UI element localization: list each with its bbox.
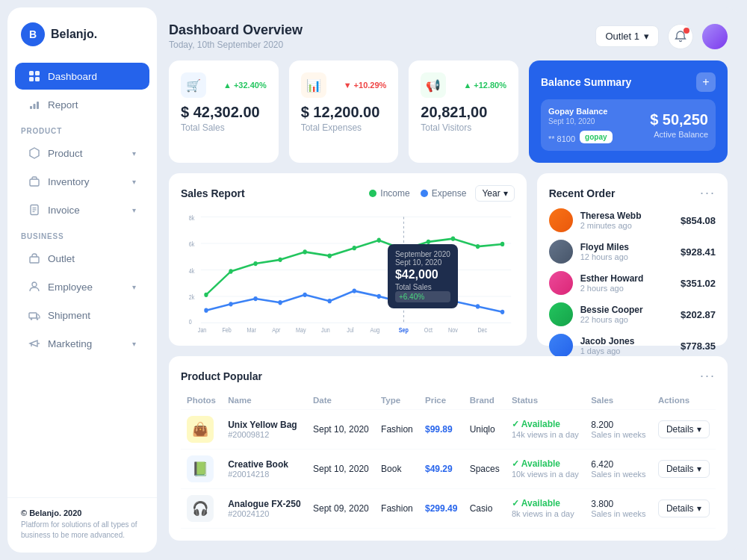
- stat-card-total-expenses: 📊 ▼ +10.29% $ 12,200.00 Total Expenses: [289, 60, 399, 163]
- avatar[interactable]: [702, 24, 728, 49]
- sidebar-item-employee[interactable]: Employee ▾: [15, 273, 149, 300]
- details-button-1[interactable]: Details ▾: [658, 460, 710, 478]
- product-table: Photos Name Date Type Price Brand Status…: [181, 391, 716, 529]
- product-views-0: 14k views in a day: [512, 430, 579, 439]
- svg-point-33: [303, 249, 306, 254]
- top-row: 🛒 ▲ +32.40% $ 42,302.00 Total Sales 📊: [169, 60, 728, 163]
- sales-badge: ▲ +32.40%: [223, 81, 267, 90]
- product-img-0: 👜: [187, 416, 214, 443]
- balance-sub: Active Balance: [650, 130, 708, 139]
- sidebar-item-inventory[interactable]: Inventory ▾: [15, 168, 149, 195]
- tooltip-label: Total Sales: [395, 283, 450, 291]
- chart-svg: 8k 6k 4k 2k 0: [181, 209, 515, 334]
- svg-text:Sep: Sep: [399, 326, 409, 334]
- product-price-0: $99.89: [419, 410, 464, 449]
- order-amount-4: $778.35: [681, 340, 716, 352]
- svg-point-45: [278, 300, 282, 305]
- order-avatar-3: [549, 302, 573, 326]
- notification-dot: [684, 28, 689, 34]
- product-status-0: ✓ Available: [512, 419, 560, 429]
- order-info-1: Floyd Miles 12 hours ago: [580, 242, 673, 261]
- order-time-4: 1 days ago: [580, 346, 673, 355]
- svg-rect-12: [30, 257, 39, 263]
- svg-point-16: [37, 318, 38, 320]
- recent-order-menu[interactable]: ···: [700, 185, 716, 201]
- sidebar-item-shipment[interactable]: Shipment: [15, 302, 149, 329]
- logo: B Belanjo.: [7, 22, 157, 61]
- gopay-brand: gopay: [580, 131, 612, 143]
- marketing-icon: [28, 337, 40, 349]
- col-date: Date: [307, 391, 375, 410]
- svg-point-13: [32, 282, 37, 287]
- product-table-menu[interactable]: ···: [700, 368, 716, 384]
- logo-text: Belanjo.: [51, 28, 97, 41]
- order-info-4: Jacob Jones 1 days ago: [580, 336, 673, 355]
- sidebar-item-dashboard[interactable]: Dashboard: [15, 63, 149, 90]
- product-id-2: #20024120: [228, 509, 301, 518]
- svg-text:Jul: Jul: [347, 326, 353, 334]
- balance-add-button[interactable]: +: [696, 72, 716, 92]
- shipment-icon: [28, 309, 40, 321]
- svg-point-32: [278, 258, 282, 262]
- order-time-1: 12 hours ago: [580, 252, 673, 261]
- svg-point-49: [377, 294, 381, 299]
- svg-point-53: [476, 304, 480, 308]
- stat-cards: 🛒 ▲ +32.40% $ 42,302.00 Total Sales 📊: [169, 60, 518, 163]
- product-brand-0: Uniqlo: [464, 410, 506, 449]
- arrow-up-icon2: ▲: [463, 81, 471, 90]
- sidebar-item-invoice[interactable]: Invoice ▾: [15, 196, 149, 223]
- order-info-0: Theresa Webb 2 minutes ago: [580, 211, 673, 230]
- svg-point-34: [328, 253, 332, 258]
- details-button-0[interactable]: Details ▾: [658, 420, 710, 438]
- details-button-2[interactable]: Details ▾: [658, 500, 710, 517]
- product-name-2: Analogue FX-250: [228, 499, 301, 509]
- order-info-2: Esther Howard 2 hours ago: [580, 273, 673, 293]
- chart-legend: Income Expense: [369, 188, 466, 199]
- svg-point-41: [500, 242, 504, 246]
- sidebar-footer: © Belanjo. 2020 Platform for solutions o…: [7, 497, 157, 541]
- table-row: 📗 Creative Book #20014218 Sept 10, 2020 …: [181, 449, 716, 489]
- col-photos: Photos: [181, 391, 222, 410]
- order-time-3: 22 hours ago: [580, 315, 673, 324]
- product-sales-sub-0: Sales in weeks: [591, 430, 646, 439]
- product-sales-sub-1: Sales in weeks: [591, 470, 646, 479]
- recent-order-title: Recent Order: [549, 187, 616, 199]
- chart-title: Sales Report: [181, 187, 245, 199]
- col-price: Price: [419, 391, 464, 410]
- order-avatar-1: [549, 240, 573, 264]
- product-table-header: Product Popular ···: [181, 368, 716, 384]
- col-name: Name: [222, 391, 307, 410]
- sidebar-item-product[interactable]: Product ▾: [15, 140, 149, 167]
- header-title-group: Dashboard Overview Today, 10th September…: [169, 22, 303, 50]
- svg-text:Jun: Jun: [321, 326, 330, 334]
- product-type-2: Fashion: [375, 489, 419, 529]
- svg-point-48: [353, 288, 356, 293]
- sidebar-item-outlet[interactable]: Outlet: [15, 245, 149, 272]
- visitors-icon-wrap: 📢: [421, 72, 446, 98]
- sidebar-item-report[interactable]: Report: [15, 91, 149, 118]
- sidebar-item-marketing[interactable]: Marketing ▾: [15, 330, 149, 357]
- order-item-1: Floyd Miles 12 hours ago $928.41: [549, 240, 716, 264]
- product-sales-2: 3.800: [591, 499, 646, 509]
- svg-text:Oct: Oct: [424, 326, 433, 334]
- svg-point-29: [204, 293, 208, 297]
- product-table-card: Product Popular ··· Photos Name Date Typ…: [169, 356, 728, 541]
- svg-point-47: [328, 299, 332, 303]
- gopay-date: Sept 10, 2020: [548, 117, 613, 125]
- svg-rect-14: [29, 313, 37, 318]
- product-views-2: 8k views in a day: [512, 509, 574, 518]
- order-name-2: Esther Howard: [580, 273, 673, 284]
- svg-point-43: [229, 302, 232, 306]
- svg-text:Apr: Apr: [272, 326, 280, 334]
- svg-text:6k: 6k: [189, 241, 195, 249]
- tooltip-date: Sept 10, 2020: [395, 258, 450, 267]
- inventory-icon: [28, 175, 40, 187]
- col-brand: Brand: [464, 391, 506, 410]
- svg-text:Aug: Aug: [371, 326, 380, 334]
- notification-button[interactable]: [668, 24, 693, 49]
- outlet-selector[interactable]: Outlet 1 ▾: [595, 25, 659, 47]
- footer-copyright: © Belanjo. 2020: [21, 508, 143, 517]
- arrow-down-icon: ▼: [344, 81, 352, 90]
- product-name-1: Creative Book: [228, 459, 301, 470]
- period-selector[interactable]: Year ▾: [475, 185, 514, 202]
